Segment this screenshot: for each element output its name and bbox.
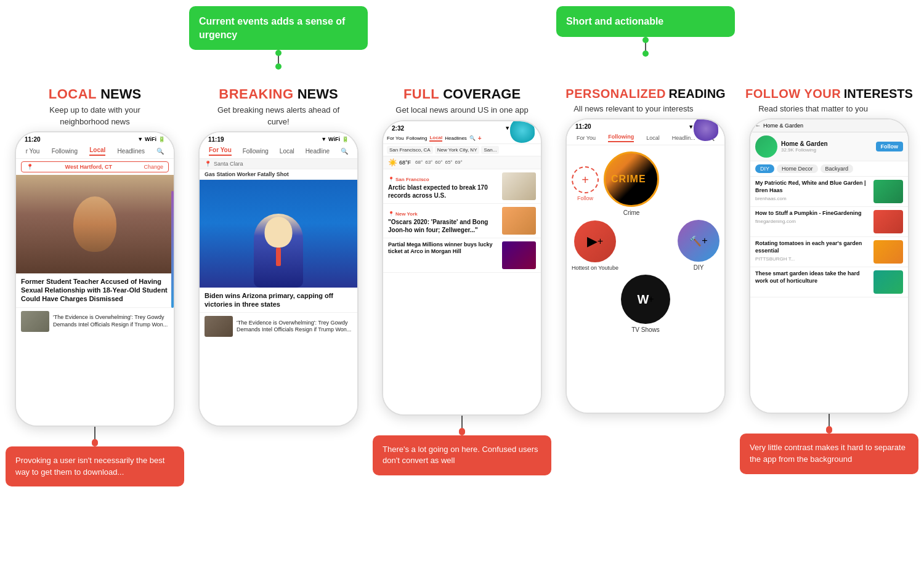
phone3-city3[interactable]: San... [481, 146, 499, 154]
nav2-local[interactable]: Local [280, 148, 294, 155]
col2-top-area: Current events adds a sense of urgency [189, 6, 368, 86]
day5: 69° [455, 159, 463, 165]
phone3-city2[interactable]: New York City, NY [435, 146, 480, 154]
phone1-time: 11:20 [25, 136, 41, 143]
phone3-item1: 📍San Francisco Arctic blast expected to … [383, 169, 541, 204]
phone2-small-content: 'The Evidence is Overwhelming': Trey Gow… [237, 320, 352, 334]
phone2-nav[interactable]: For You Following Local Headline 🔍 [200, 144, 357, 159]
nav2-following[interactable]: Following [243, 148, 269, 155]
col-local-news: LOCAL NEWS Keep up to date with your nei… [3, 6, 187, 579]
nav2-search[interactable]: 🔍 [341, 148, 348, 155]
phone5-art3-img [873, 240, 903, 264]
tag-diy[interactable]: DIY [755, 164, 774, 173]
nav4-following[interactable]: Following [608, 134, 634, 142]
nav3-headlines[interactable]: Headlines [445, 135, 467, 141]
phone5-follow-btn[interactable]: Follow [876, 142, 904, 151]
phone5-art4-text: These smart garden ideas take the hard w… [755, 270, 870, 284]
col5-connector-bottom [829, 414, 830, 426]
phone3-city1[interactable]: San Francisco, CA [387, 146, 433, 154]
nav4-headlines[interactable]: Headlin... [672, 135, 695, 141]
col1-annotation-bottom: Provoking a user isn't necessarily the b… [6, 446, 184, 487]
nav3-following[interactable]: Following [407, 135, 428, 141]
nav3-search[interactable]: 🔍 [469, 135, 476, 141]
phone1-change-btn[interactable]: Change [144, 164, 163, 170]
phone5-article4: These smart garden ideas take the hard w… [750, 267, 908, 297]
phone4-yt-plus[interactable]: + [598, 236, 603, 247]
phone4-follow-label: Follow [577, 195, 593, 201]
back-arrow-icon[interactable]: ← [755, 123, 761, 129]
phone2-small-img [205, 316, 233, 337]
phone4-crime-plus[interactable]: + [646, 174, 652, 185]
phone2-headline: Biden wins Arizona primary, capping off … [200, 288, 357, 313]
phone3-weather: ☀️ 68°F 68° 63° 60° 65° 69° [383, 156, 541, 169]
phone1-headline: Former Student Teacher Accused of Having… [16, 273, 174, 307]
col2-top-text: Current events adds a sense of urgency [199, 16, 345, 40]
phone4-crime-label: Crime [623, 209, 640, 216]
phone4-row2: ▶ + Hottest on Youtube 🔨 + DIY [572, 220, 719, 271]
phone3-headline3: Partial Mega Millions winner buys lucky … [388, 241, 499, 256]
col4-title: PERSONALIZED READING All news relevant t… [565, 86, 725, 115]
phone3-temp: 68°F [399, 159, 411, 166]
day1: 68° [415, 159, 423, 165]
tag-home-decor[interactable]: Home Decor [777, 164, 818, 173]
phone1-small-content: 'The Evidence is Overwhelming': Trey Gow… [53, 314, 169, 328]
nav1-search[interactable]: 🔍 [156, 148, 164, 155]
col5-title: FOLLOW YOUR INTERESTS Read stories that … [745, 86, 913, 115]
phone5-article1: My Patriotic Red, White and Blue Garden … [750, 177, 908, 207]
phone4-screen: 11:20 ▼WiFi🔋 For You Following Local Hea… [567, 119, 724, 413]
phone2-santa-clara: Santa Clara [214, 161, 243, 167]
phone4-yt-icon: ▶ [587, 233, 598, 249]
phone1-status-bar: 11:20 ▼WiFi🔋 [16, 132, 174, 144]
phone4-yt-label: Hottest on Youtube [572, 265, 618, 271]
phone3-city2-tag-text: New York [395, 211, 418, 217]
col1-bottom-text: Provoking a user isn't necessarily the b… [15, 456, 164, 477]
nav3-plus[interactable]: + [478, 135, 482, 142]
nav3-foryou[interactable]: For You [387, 135, 404, 141]
col4-dot-green [642, 50, 649, 57]
nav4-foryou[interactable]: For You [577, 135, 596, 141]
col-full-coverage: FULL COVERAGE Get local news around US i… [370, 6, 554, 579]
phone4-ww-plus[interactable]: + [648, 294, 654, 305]
phone5-screen: ← Home & Garden Home & Garden 32.9K Foll… [750, 119, 908, 413]
phone3-headline2: "Oscars 2020: 'Parasite' and Bong Joon-h… [388, 218, 499, 234]
phone1-accent-bar [171, 191, 174, 308]
nav1-headlines[interactable]: Headlines [118, 148, 145, 155]
nav1-local[interactable]: Local [89, 147, 105, 156]
phone2-icons: ▼WiFi🔋 [321, 136, 349, 142]
phone5-channel-meta: 32.9K Following [781, 147, 828, 153]
nav2-headlines[interactable]: Headline [306, 148, 330, 155]
phone4-yt-circle: ▶ + [574, 220, 616, 262]
nav1-rYou[interactable]: r You [26, 148, 40, 155]
phone4-follow-btn[interactable]: + Follow [572, 166, 599, 201]
phone5-art3-title: Rotating tomatoes in each year's garden … [755, 240, 870, 254]
phone5-tags[interactable]: DIY Home Decor Backyard [750, 161, 908, 177]
col-breaking-news: Current events adds a sense of urgency B… [187, 6, 370, 579]
nav2-foryou[interactable]: For You [209, 147, 232, 156]
phone5-art2-title: How to Stuff a Pumpkin - FineGardening [755, 210, 870, 217]
col4-subtitle: All news relevant to your interests [565, 103, 701, 115]
day2: 63° [425, 159, 432, 165]
day4: 65° [445, 159, 452, 165]
phone4-crime-circle: CRIME + [604, 151, 659, 207]
phone4-diy-plus[interactable]: + [702, 235, 707, 246]
phone2-small-news-text: Gas Station Worker Fatally Shot [205, 171, 289, 177]
col2-title: BREAKING NEWS Get breaking news alerts a… [211, 86, 346, 127]
phone-breaking-news: 11:19 ▼WiFi🔋 For You Following Local Hea… [198, 131, 359, 427]
phone2-head [265, 217, 293, 248]
phone1-nav[interactable]: r You Following Local Headlines 🔍 [16, 144, 174, 159]
nav4-local[interactable]: Local [646, 135, 660, 141]
phone3-item2-text: 📍New York "Oscars 2020: 'Parasite' and B… [388, 207, 499, 235]
phone2-small-news: Gas Station Worker Fatally Shot [200, 169, 357, 180]
col5-top-area [740, 6, 918, 86]
phone2-small-item: 'The Evidence is Overwhelming': Trey Gow… [200, 312, 357, 340]
tag-backyard[interactable]: Backyard [821, 164, 854, 173]
nav1-following[interactable]: Following [52, 148, 78, 155]
phone2-small-headline: 'The Evidence is Overwhelming': Trey Gow… [237, 320, 352, 334]
phone1-face-oval [73, 196, 116, 252]
col4-top-text: Short and actionable [566, 16, 663, 26]
phone4-youtube-group: ▶ + Hottest on Youtube [572, 220, 618, 271]
phone1-icons: ▼WiFi🔋 [137, 136, 165, 142]
nav3-local[interactable]: Local [429, 135, 442, 142]
phone5-art1-title: My Patriotic Red, White and Blue Garden … [755, 180, 870, 194]
phone3-item1-img [502, 172, 536, 200]
